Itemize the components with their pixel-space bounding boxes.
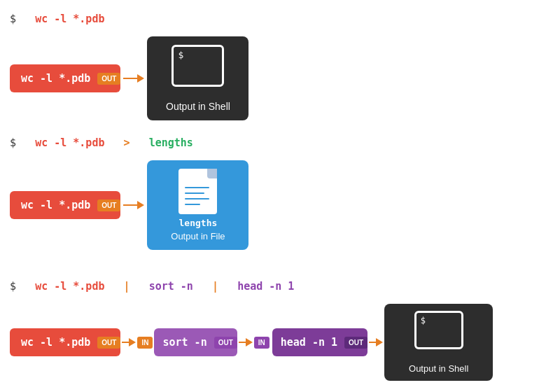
- section2-arrow: [123, 198, 144, 212]
- section3-pipe2: |: [212, 280, 218, 293]
- section2-file: lengths: [149, 136, 193, 149]
- section1-shell-dollar: $: [178, 50, 183, 60]
- section3-head: head -n 1: [237, 280, 294, 293]
- section3-sort: sort -n: [149, 280, 193, 293]
- section2-operator: >: [124, 136, 130, 149]
- section3-command-wc: wc -l *.pdb: [35, 280, 104, 293]
- section1-arrow: [123, 71, 144, 85]
- section3-shell-dollar: $: [421, 316, 426, 326]
- section3-pipe1: |: [124, 280, 130, 293]
- section1-shell-icon: $: [172, 45, 224, 87]
- section3-sort-text: sort -n: [162, 336, 206, 349]
- section3-shell-label: Output in Shell: [409, 363, 468, 374]
- section2-pill-text: wc -l *.pdb: [21, 199, 90, 211]
- file-line-2: [185, 192, 204, 194]
- section3-wc-pill: wc -l *.pdb OUT: [10, 328, 120, 356]
- dollar-sign-3: $: [10, 280, 16, 293]
- dollar-sign-1: $: [10, 13, 16, 25]
- section2-file-name: lengths: [179, 218, 218, 228]
- section3-flow: wc -l *.pdb OUT IN sort -n OUT IN head -…: [10, 304, 493, 381]
- section1-pill-text: wc -l *.pdb: [21, 72, 90, 85]
- section3: $ wc -l *.pdb | sort -n | head -n 1 wc -…: [10, 280, 493, 381]
- section3-head-pill: head -n 1 OUT: [272, 328, 368, 356]
- section3-head-text: head -n 1: [281, 336, 337, 349]
- section3-arrow1: [122, 335, 136, 349]
- section1-command-text: wc -l *.pdb: [35, 13, 104, 25]
- section2-file-icon: [178, 169, 217, 214]
- section3-head-out: OUT: [344, 337, 368, 349]
- section2-flow: wc -l *.pdb OUT lengths Output in File: [10, 160, 248, 250]
- section3-arrow1-wrap: [122, 335, 136, 349]
- section2-out-tag: OUT: [97, 200, 120, 211]
- section3-sort-pill: sort -n OUT: [154, 328, 237, 356]
- section1-flow: wc -l *.pdb OUT $ Output in Shell: [10, 36, 248, 120]
- section3-shell-icon: $: [414, 311, 463, 349]
- section1: $ wc -l *.pdb wc -l *.pdb OUT $ Output i…: [10, 13, 248, 120]
- section3-arrow2-wrap: [239, 335, 253, 349]
- dollar-sign-2: $: [10, 136, 16, 149]
- section1-shell-label: Output in Shell: [166, 101, 230, 112]
- section3-head-in: IN: [254, 337, 270, 349]
- section2-command-line: $ wc -l *.pdb > lengths: [10, 136, 248, 149]
- section1-command-line: $ wc -l *.pdb: [10, 13, 248, 25]
- section2-file-label: Output in File: [171, 231, 225, 241]
- section3-arrow3-wrap: [369, 335, 383, 349]
- section3-sort-out: OUT: [214, 337, 237, 349]
- section1-shell-box: $ Output in Shell: [147, 36, 248, 120]
- section3-arrow2: [239, 335, 253, 349]
- file-line-4: [185, 204, 200, 205]
- section1-cmd-pill: wc -l *.pdb OUT: [10, 64, 120, 92]
- section2-cmd-pill: wc -l *.pdb OUT: [10, 191, 120, 219]
- section2-command-text: wc -l *.pdb: [35, 136, 104, 149]
- file-line-3: [185, 198, 209, 200]
- file-line-1: [185, 187, 209, 188]
- section3-wc-out: OUT: [97, 337, 120, 349]
- section2-file-box: lengths Output in File: [147, 160, 248, 250]
- section3-command-line: $ wc -l *.pdb | sort -n | head -n 1: [10, 280, 493, 293]
- section3-arrow3: [369, 335, 383, 349]
- section3-shell-box: $ Output in Shell: [384, 304, 493, 381]
- section3-wc-text: wc -l *.pdb: [21, 336, 90, 349]
- section3-sort-in: IN: [137, 337, 153, 349]
- section2-file-fold: [207, 169, 217, 178]
- section2: $ wc -l *.pdb > lengths wc -l *.pdb OUT …: [10, 136, 248, 250]
- section1-out-tag: OUT: [97, 73, 120, 85]
